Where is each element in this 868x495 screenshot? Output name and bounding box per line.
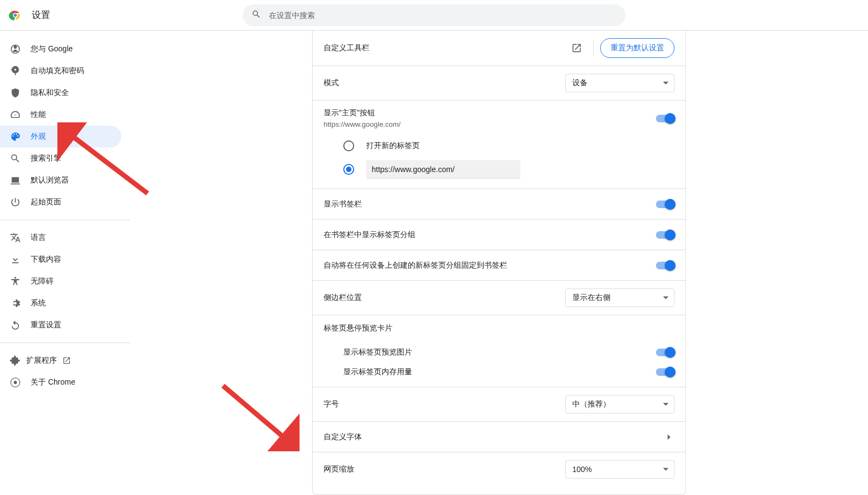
sidebar-item-you-and-google[interactable]: 您与 Google — [0, 38, 121, 60]
svg-point-3 — [12, 69, 14, 70]
home-radio-newtab[interactable] — [343, 140, 354, 151]
reset-toolbar-button[interactable]: 重置为默认设置 — [600, 38, 675, 58]
sidebar-item-label: 语言 — [31, 233, 46, 243]
sidebar-item-label: 外观 — [31, 132, 46, 142]
sidebar-separator — [0, 220, 130, 220]
sidebar-item-appearance[interactable]: 外观 — [0, 126, 121, 148]
settings-panel: 自定义工具栏 重置为默认设置 模式 设备 显示"主页"按钮 h — [312, 31, 686, 495]
sidebar-item-autofill[interactable]: 自动填充和密码 — [0, 60, 121, 82]
sidebar-item-label: 重置设置 — [31, 320, 61, 330]
fontsize-label: 字号 — [324, 399, 339, 409]
hover-img-label: 显示标签页预览图片 — [343, 347, 412, 357]
svg-point-6 — [14, 381, 17, 384]
home-button-label: 显示"主页"按钮 — [324, 108, 401, 118]
home-button-sub: https://www.google.com/ — [324, 120, 401, 128]
sidebar-item-onstartup[interactable]: 起始页面 — [0, 191, 121, 213]
sidebar-item-extensions[interactable]: 扩展程序 — [0, 350, 121, 372]
home-url-input[interactable] — [366, 160, 520, 179]
sidebar-item-accessibility[interactable]: 无障碍 — [0, 270, 121, 292]
page-title: 设置 — [32, 9, 50, 21]
sidebar-item-label: 您与 Google — [31, 44, 73, 54]
sidebar-item-label: 下载内容 — [31, 255, 61, 264]
show-bookmarks-label: 显示书签栏 — [324, 199, 362, 209]
sidebar-item-default-browser[interactable]: 默认浏览器 — [0, 169, 121, 191]
home-radio-url[interactable] — [343, 164, 354, 175]
mode-value: 设备 — [572, 78, 588, 88]
sidebar-item-label: 起始页面 — [31, 197, 61, 207]
fontsize-value: 中（推荐） — [572, 399, 611, 409]
sidebar-item-label: 自动填充和密码 — [31, 66, 84, 76]
hover-section-label: 标签页悬停预览卡片 — [324, 323, 392, 333]
show-bookmarks-toggle[interactable] — [656, 201, 675, 208]
hover-img-toggle[interactable] — [656, 349, 675, 356]
home-button-toggle[interactable] — [656, 115, 675, 122]
sidebar-item-performance[interactable]: 性能 — [0, 104, 121, 126]
sidebar-item-label: 系统 — [31, 298, 46, 308]
sidepanel-value: 显示在右侧 — [572, 293, 611, 303]
sidebar-item-label: 默认浏览器 — [31, 175, 69, 185]
open-external-icon — [62, 356, 71, 365]
search-icon — [251, 9, 261, 21]
fontsize-select[interactable]: 中（推荐） — [565, 395, 675, 414]
chevron-right-icon — [664, 432, 675, 443]
sidebar-item-about[interactable]: 关于 Chrome — [0, 372, 121, 393]
sidebar-item-label: 搜索引擎 — [31, 154, 61, 163]
sidebar-item-system[interactable]: 系统 — [0, 292, 121, 314]
mode-select[interactable]: 设备 — [565, 74, 675, 92]
sidebar-item-search-engine[interactable]: 搜索引擎 — [0, 148, 121, 169]
sidepanel-label: 侧边栏位置 — [324, 293, 362, 303]
sidebar-item-label: 性能 — [31, 110, 46, 120]
show-tabgroups-label: 在书签栏中显示标签页分组 — [324, 230, 415, 240]
sidebar-item-languages[interactable]: 语言 — [0, 227, 121, 249]
sidebar: 您与 Google 自动填充和密码 隐私和安全 性能 外观 搜索引擎 默认浏览器 — [0, 31, 130, 495]
sidebar-item-label: 扩展程序 — [26, 356, 57, 366]
search-input-wrap[interactable] — [243, 4, 625, 26]
sidebar-item-label: 关于 Chrome — [31, 378, 75, 387]
show-tabgroups-toggle[interactable] — [656, 231, 675, 239]
home-radio-newtab-label: 打开新的标签页 — [366, 141, 420, 151]
mode-label: 模式 — [324, 78, 339, 88]
sidebar-separator — [0, 343, 130, 343]
custom-font-row[interactable]: 自定义字体 — [313, 421, 685, 452]
open-external-icon — [571, 43, 582, 54]
sidebar-item-downloads[interactable]: 下载内容 — [0, 249, 121, 270]
sidebar-item-label: 无障碍 — [31, 276, 54, 286]
search-input[interactable] — [268, 10, 617, 20]
toolbar-title: 自定义工具栏 — [324, 43, 370, 53]
chrome-logo-icon — [9, 9, 22, 22]
zoom-label: 网页缩放 — [324, 464, 354, 474]
hover-mem-label: 显示标签页内存用量 — [343, 367, 412, 377]
zoom-select[interactable]: 100% — [565, 460, 675, 479]
sidebar-item-label: 隐私和安全 — [31, 88, 69, 98]
pin-new-groups-toggle[interactable] — [656, 262, 675, 269]
svg-point-4 — [17, 69, 19, 70]
sidebar-item-reset[interactable]: 重置设置 — [0, 314, 121, 336]
sidebar-item-privacy[interactable]: 隐私和安全 — [0, 82, 121, 104]
zoom-value: 100% — [572, 465, 592, 474]
custom-font-label: 自定义字体 — [324, 432, 362, 442]
open-toolbar-external-button[interactable] — [567, 38, 587, 58]
hover-mem-toggle[interactable] — [656, 368, 675, 376]
sidepanel-select[interactable]: 显示在右侧 — [565, 288, 675, 307]
pin-new-groups-label: 自动将在任何设备上创建的新标签页分组固定到书签栏 — [324, 261, 507, 270]
